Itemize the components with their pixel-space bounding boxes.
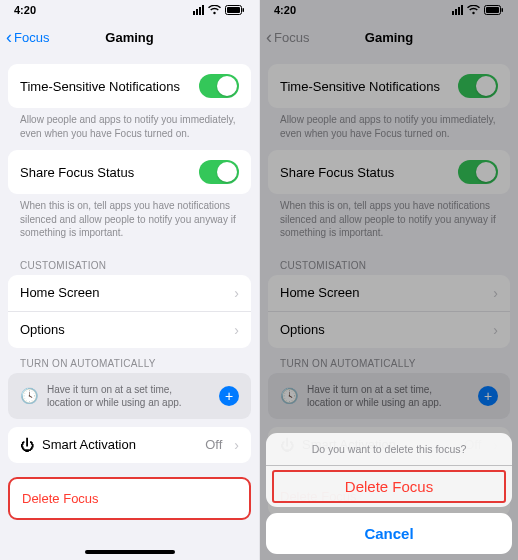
share-status-footer: When this is on, tell apps you have noti… [8,194,251,250]
share-status-footer: When this is on, tell apps you have noti… [268,194,510,250]
chevron-right-icon: › [234,285,239,301]
battery-icon [225,5,245,15]
delete-focus-label: Delete Focus [22,491,99,506]
svg-rect-1 [227,7,240,13]
wifi-icon [467,5,480,15]
share-status-row[interactable]: Share Focus Status [268,150,510,194]
status-time: 4:20 [14,4,36,16]
power-icon: ⏻ [20,437,34,453]
screen-right: 4:20 ‹ Focus Gaming Time-Sensitive Notif… [259,0,518,560]
status-time: 4:20 [274,4,296,16]
sheet-cancel-label: Cancel [364,525,413,542]
delete-focus-button[interactable]: Delete Focus [8,477,251,520]
time-sensitive-label: Time-Sensitive Notifications [20,79,180,94]
back-button[interactable]: ‹ Focus [6,20,49,54]
clock-icon: 🕓 [280,387,299,405]
add-automation-row[interactable]: 🕓 Have it turn on at a set time, locatio… [8,373,251,419]
time-sensitive-footer: Allow people and apps to notify you imme… [268,108,510,150]
chevron-right-icon: › [493,322,498,338]
customisation-header: CUSTOMISATION [8,250,251,275]
sheet-prompt: Do you want to delete this focus? [266,433,512,465]
sheet-cancel-button[interactable]: Cancel [266,513,512,554]
time-sensitive-toggle[interactable] [458,74,498,98]
wifi-icon [208,5,221,15]
smart-activation-row[interactable]: ⏻ Smart Activation Off › [8,427,251,463]
share-status-toggle[interactable] [458,160,498,184]
status-bar: 4:20 [0,0,259,20]
page-title: Gaming [365,30,413,45]
share-status-row[interactable]: Share Focus Status [8,150,251,194]
home-screen-label: Home Screen [20,285,99,300]
smart-activation-label: Smart Activation [42,437,197,452]
battery-icon [484,5,504,15]
clock-icon: 🕓 [20,387,39,405]
automation-hint: Have it turn on at a set time, location … [307,383,470,409]
options-label: Options [20,322,65,337]
plus-icon[interactable]: + [478,386,498,406]
svg-rect-2 [243,8,245,12]
options-row[interactable]: Options › [8,311,251,348]
share-status-label: Share Focus Status [280,165,394,180]
chevron-right-icon: › [493,285,498,301]
cellular-icon [452,5,463,15]
home-screen-label: Home Screen [280,285,359,300]
svg-rect-4 [486,7,499,13]
svg-rect-5 [502,8,504,12]
status-bar: 4:20 [260,0,518,20]
chevron-right-icon: › [234,437,239,453]
nav-bar: ‹ Focus Gaming [260,20,518,54]
options-row[interactable]: Options › [268,311,510,348]
auto-header: TURN ON AUTOMATICALLY [268,348,510,373]
status-indicators [193,5,245,15]
page-title: Gaming [105,30,153,45]
home-screen-row[interactable]: Home Screen › [268,275,510,311]
customisation-header: CUSTOMISATION [268,250,510,275]
chevron-right-icon: › [234,322,239,338]
home-indicator[interactable] [85,550,175,554]
chevron-left-icon: ‹ [6,28,12,46]
time-sensitive-toggle[interactable] [199,74,239,98]
sheet-delete-label: Delete Focus [345,478,433,495]
share-status-label: Share Focus Status [20,165,134,180]
status-indicators [452,5,504,15]
nav-bar: ‹ Focus Gaming [0,20,259,54]
back-label: Focus [14,30,49,45]
share-status-toggle[interactable] [199,160,239,184]
time-sensitive-label: Time-Sensitive Notifications [280,79,440,94]
screen-left: 4:20 ‹ Focus Gaming Time-Sensitive Notif… [0,0,259,560]
time-sensitive-row[interactable]: Time-Sensitive Notifications [268,64,510,108]
action-sheet: Do you want to delete this focus? Delete… [266,433,512,554]
back-button[interactable]: ‹ Focus [266,20,309,54]
auto-header: TURN ON AUTOMATICALLY [8,348,251,373]
time-sensitive-row[interactable]: Time-Sensitive Notifications [8,64,251,108]
cellular-icon [193,5,204,15]
options-label: Options [280,322,325,337]
smart-activation-value: Off [205,437,222,452]
time-sensitive-footer: Allow people and apps to notify you imme… [8,108,251,150]
chevron-left-icon: ‹ [266,28,272,46]
automation-hint: Have it turn on at a set time, location … [47,383,211,409]
add-automation-row[interactable]: 🕓 Have it turn on at a set time, locatio… [268,373,510,419]
back-label: Focus [274,30,309,45]
sheet-delete-button[interactable]: Delete Focus [266,465,512,507]
home-screen-row[interactable]: Home Screen › [8,275,251,311]
plus-icon[interactable]: + [219,386,239,406]
